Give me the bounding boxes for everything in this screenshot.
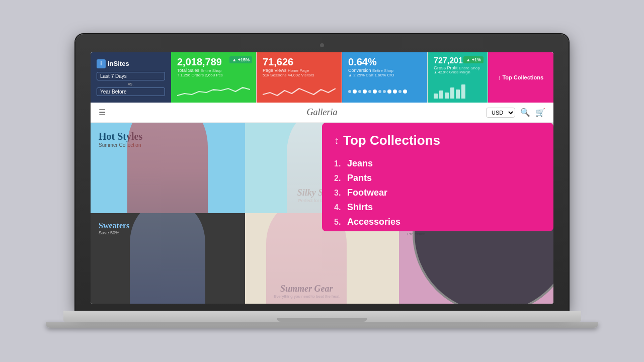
profit-badge: ▲ +1% xyxy=(463,56,484,63)
profit-sublabel: ▲ 42.9% Gross Margin xyxy=(434,70,481,74)
conversion-sublabel: ▲ 2.25% Cart 1.60% C/O xyxy=(348,73,421,77)
page-views-value: 71,626 xyxy=(263,56,336,68)
screen-bezel: i inSites Last 7 Days vs. Year Before ▲ … xyxy=(75,34,569,311)
laptop-camera xyxy=(320,43,324,47)
page-views-label: Page Views Home Page xyxy=(263,68,336,73)
top-collections-button[interactable]: ↕ Top Collections xyxy=(488,52,553,103)
gross-profit-card: ▲ +1% 727,201 Gross Profit Entire Shop ▲… xyxy=(428,52,488,103)
top-collections-panel-title: ↕ Top Collections xyxy=(334,133,541,148)
collection-item-3[interactable]: 3. Footwear xyxy=(334,186,541,200)
conversion-value: 0.64% xyxy=(348,56,421,68)
sweaters-title: Sweaters xyxy=(99,221,129,230)
sweaters-label: Sweaters Save 50% xyxy=(99,221,129,235)
currency-selector[interactable]: USD EUR xyxy=(486,108,515,118)
sales-badge: ▲ +15% xyxy=(229,56,252,63)
profit-label: Gross Profit Entire Shop xyxy=(434,65,481,70)
collection-item-5[interactable]: 5. Accessories xyxy=(334,215,541,229)
sales-mini-chart xyxy=(177,84,250,99)
page-views-card: 71,626 Page Views Home Page 51k Sessions… xyxy=(257,52,342,103)
search-icon[interactable]: 🔍 xyxy=(520,108,530,117)
laptop-container: i inSites Last 7 Days vs. Year Before ▲ … xyxy=(75,34,569,328)
year-before-btn[interactable]: Year Before xyxy=(97,87,165,96)
page-views-chart xyxy=(263,84,336,99)
collection-item-1[interactable]: 1. Jeans xyxy=(334,156,541,171)
insites-logo: i inSites xyxy=(97,59,165,68)
cart-icon[interactable]: 🛒 xyxy=(535,108,545,117)
collections-list: 1. Jeans 2. Pants 3. Footwear xyxy=(334,156,541,229)
store-grid: Hot Styles Summer Collection Silky Smoot… xyxy=(91,123,553,304)
tile-sweaters[interactable]: Sweaters Save 50% xyxy=(91,213,245,304)
collection-item-4[interactable]: 4. Shirts xyxy=(334,200,541,215)
conversion-chart xyxy=(348,84,421,99)
date-filter-btn[interactable]: Last 7 Days xyxy=(97,72,165,80)
screen-content: i inSites Last 7 Days vs. Year Before ▲ … xyxy=(91,52,553,304)
store-logo: Galleria xyxy=(307,107,338,118)
sales-sublabel: ↑ 1,256 Orders 2,668 Pcs xyxy=(177,73,250,77)
laptop-bottom xyxy=(46,322,598,328)
collection-item-2[interactable]: 2. Pants xyxy=(334,171,541,186)
laptop-base xyxy=(63,311,581,322)
tile-hot-styles[interactable]: Hot Styles Summer Collection xyxy=(91,123,245,213)
profit-chart xyxy=(434,84,481,99)
sweaters-subtitle: Save 50% xyxy=(99,230,129,235)
date-filter[interactable]: Last 7 Days vs. Year Before xyxy=(97,72,165,96)
insites-logo-icon: i xyxy=(97,59,106,68)
hamburger-icon[interactable]: ☰ xyxy=(99,108,106,117)
sales-label: Total Sales Entire Shop xyxy=(177,68,250,73)
top-collections-panel: ↕ Top Collections 1. Jeans 2. Pants xyxy=(322,123,553,231)
laptop-screen: i inSites Last 7 Days vs. Year Before ▲ … xyxy=(91,52,553,304)
conversion-label: Conversion Entire Shop xyxy=(348,68,421,73)
nav-right-controls: USD EUR 🔍 🛒 xyxy=(486,108,545,118)
vs-label: vs. xyxy=(97,81,165,86)
insites-brand-name: inSites xyxy=(108,60,129,67)
sort-icon: ↕ xyxy=(334,135,339,146)
page-views-sublabel: 51k Sessions 44,002 Visitors xyxy=(263,73,336,77)
insites-panel: i inSites Last 7 Days vs. Year Before xyxy=(91,52,171,103)
conversion-card: 0.64% Conversion Entire Shop ▲ 2.25% Car… xyxy=(342,52,428,103)
total-sales-card: ▲ +15% 2,018,789 Total Sales Entire Shop… xyxy=(171,52,257,103)
stats-bar: i inSites Last 7 Days vs. Year Before ▲ … xyxy=(91,52,553,103)
store-navbar: ☰ Galleria USD EUR 🔍 🛒 xyxy=(91,103,553,123)
